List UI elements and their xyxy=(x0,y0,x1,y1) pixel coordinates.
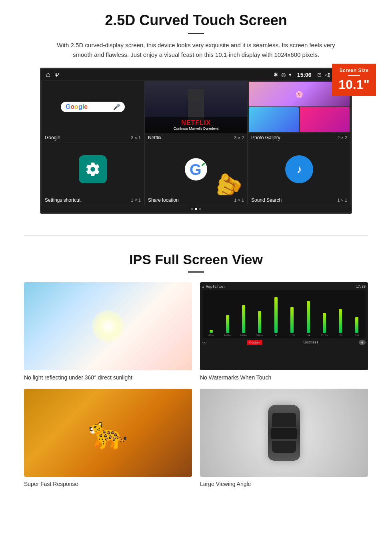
sun-glow xyxy=(92,310,124,342)
mic-icon: 🎤 xyxy=(113,104,120,110)
no-light-caption: No light reflecting under 360° direct su… xyxy=(24,374,192,381)
sound-app-name: Sound Search xyxy=(251,197,282,203)
large-angle-caption: Large Viewing Angle xyxy=(200,481,368,487)
usb-icon: Ψ xyxy=(54,72,59,78)
gallery-app-size: 2 × 2 xyxy=(337,135,347,140)
feature-fast-response: 🐆 Super Fast Response xyxy=(24,389,192,487)
nav-dot-3[interactable] xyxy=(199,208,201,210)
amp-toggle[interactable]: ● xyxy=(359,340,366,345)
maps-icon: G xyxy=(184,157,208,181)
gallery-app-name: Photo Gallery xyxy=(251,135,280,141)
share-label: Share location 1 × 1 xyxy=(145,195,247,205)
section2-underline xyxy=(188,271,204,273)
hand-pointing: 🫵 xyxy=(209,167,247,195)
app-cell-share[interactable]: G 🫵 Share location 1 × 1 xyxy=(144,143,248,205)
gear-icon xyxy=(85,161,101,177)
google-app-name: Google xyxy=(45,135,60,141)
nav-dots xyxy=(41,205,351,213)
share-app-name: Share location xyxy=(148,197,179,203)
car-rear xyxy=(272,441,296,453)
no-watermarks-image: ⌂ Amplifier 17:33 60hz 100hz 200hz 500hz… xyxy=(200,282,368,370)
screen-size-badge: Screen Size 10.1" xyxy=(332,64,376,96)
music-note-icon: ♪ xyxy=(296,163,302,176)
fast-response-image: 🐆 xyxy=(24,389,192,477)
netflix-label: Netflix 3 × 2 xyxy=(145,133,247,143)
app-grid-row1: Google 🎤 Google 3 × 1 xyxy=(41,80,351,143)
app-cell-netflix[interactable]: ▶ NETFLIX Continue Marvel's Daredevil Ne… xyxy=(144,80,248,143)
eq-bar-2: 100hz xyxy=(220,315,234,337)
nav-dot-1[interactable] xyxy=(191,208,193,210)
settings-app-name: Settings shortcut xyxy=(45,197,80,203)
netflix-thumbnail: ▶ NETFLIX Continue Marvel's Daredevil xyxy=(145,81,247,133)
settings-app-size: 1 × 1 xyxy=(131,198,141,203)
app-grid-row2: Settings shortcut 1 × 1 G 🫵 xyxy=(41,143,351,205)
settings-thumbnail xyxy=(42,143,144,195)
eq-bar-3: 200hz xyxy=(236,305,251,337)
status-bar: ⌂ Ψ ✱ ◎ ▾ 15:06 ⊡ ◁) ⊠ ▭ xyxy=(41,69,351,80)
gallery-photo-3 xyxy=(300,107,350,132)
amp-eq-area: 60hz 100hz 200hz 500hz 1k 2.5k 10k 12.5k… xyxy=(202,290,366,338)
car-windshield xyxy=(272,413,296,427)
no-watermarks-caption: No Watermarks When Touch xyxy=(200,374,368,381)
amp-title: Amplifier xyxy=(206,285,354,289)
status-time: 15:06 xyxy=(297,72,312,78)
sound-label: Sound Search 1 × 1 xyxy=(248,195,350,205)
feature-no-watermarks: ⌂ Amplifier 17:33 60hz 100hz 200hz 500hz… xyxy=(200,282,368,381)
no-light-image xyxy=(24,282,192,370)
google-app-size: 3 × 1 xyxy=(131,135,141,140)
eq-bar-4: 500hz xyxy=(252,311,267,337)
sound-app-size: 1 × 1 xyxy=(337,198,347,203)
eq-bar-1: 60hz xyxy=(204,330,218,337)
feature-large-angle: Large Viewing Angle xyxy=(200,389,368,487)
section-divider xyxy=(24,235,368,236)
car-visual xyxy=(200,389,368,477)
amp-back-icon: ◁◁ xyxy=(202,341,206,344)
eq-bar-10: SUB xyxy=(350,317,364,337)
amp-status-bar: ⌂ Amplifier 17:33 xyxy=(202,285,366,289)
section1-description: With 2.5D curved-display screen, this de… xyxy=(56,40,336,60)
eq-bar-8: 12.5k xyxy=(317,313,332,337)
music-icon-wrap: ♪ xyxy=(285,155,313,183)
app-cell-settings[interactable]: Settings shortcut 1 × 1 xyxy=(41,143,144,205)
sky-visual xyxy=(24,282,192,370)
google-logo: Google xyxy=(66,103,88,110)
netflix-logo: NETFLIX xyxy=(148,119,244,126)
badge-label: Screen Size xyxy=(335,68,373,73)
large-angle-image xyxy=(200,389,368,477)
cheetah-emoji: 🐆 xyxy=(88,414,128,452)
fast-response-caption: Super Fast Response xyxy=(24,481,192,487)
eq-bar-7: 10k xyxy=(301,301,315,337)
google-search-bar[interactable]: Google 🎤 xyxy=(61,102,125,112)
settings-icon-wrap xyxy=(79,155,107,183)
svg-text:G: G xyxy=(190,161,202,178)
amp-controls: ◁◁ Custom loudness ● xyxy=(202,340,366,345)
share-app-size: 1 × 1 xyxy=(234,198,244,203)
home-icon[interactable]: ⌂ xyxy=(46,70,50,79)
amp-loudness-label: loudness xyxy=(303,341,318,344)
netflix-overlay: NETFLIX Continue Marvel's Daredevil xyxy=(145,117,247,133)
section-curved-screen: 2.5D Curved Touch Screen With 2.5D curve… xyxy=(0,0,392,223)
eq-bar-5: 1k xyxy=(269,297,283,337)
nav-dot-2[interactable] xyxy=(195,208,197,210)
cheetah-visual: 🐆 xyxy=(24,389,192,477)
feature-grid: No light reflecting under 360° direct su… xyxy=(24,282,368,487)
camera-icon: ⊡ xyxy=(317,72,322,78)
share-thumbnail: G 🫵 xyxy=(145,143,247,195)
netflix-app-name: Netflix xyxy=(148,135,161,141)
title-underline xyxy=(188,33,204,34)
car-roof xyxy=(271,428,297,439)
sound-thumbnail: ♪ xyxy=(248,143,350,195)
amp-custom-button[interactable]: Custom xyxy=(247,340,263,345)
feature-no-light: No light reflecting under 360° direct su… xyxy=(24,282,192,381)
google-label: Google 3 × 1 xyxy=(42,133,144,143)
device-wrapper: Screen Size 10.1" ⌂ Ψ ✱ ◎ ▾ 15:06 ⊡ ◁) ⊠… xyxy=(40,68,352,214)
amp-time: 17:33 xyxy=(356,285,366,289)
badge-divider xyxy=(348,75,360,76)
netflix-app-size: 3 × 2 xyxy=(234,135,244,140)
app-cell-sound[interactable]: ♪ Sound Search 1 × 1 xyxy=(248,143,351,205)
section2-title: IPS Full Screen View xyxy=(24,252,368,267)
amplifier-screen: ⌂ Amplifier 17:33 60hz 100hz 200hz 500hz… xyxy=(200,282,368,370)
app-cell-google[interactable]: Google 🎤 Google 3 × 1 xyxy=(41,80,144,143)
badge-size-value: 10.1" xyxy=(335,77,373,92)
eq-bar-9: 15k xyxy=(333,309,348,337)
